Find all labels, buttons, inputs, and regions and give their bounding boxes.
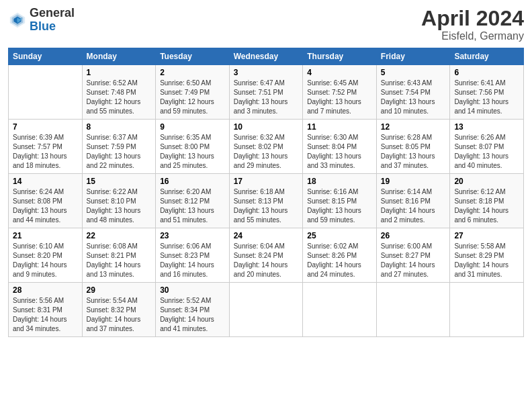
day-info: Sunrise: 6:22 AM Sunset: 8:10 PM Dayligh… <box>87 187 152 225</box>
day-info: Sunrise: 6:14 AM Sunset: 8:16 PM Dayligh… <box>381 187 446 225</box>
calendar-cell: 8Sunrise: 6:37 AM Sunset: 7:59 PM Daylig… <box>82 120 156 174</box>
day-info: Sunrise: 6:16 AM Sunset: 8:15 PM Dayligh… <box>307 187 372 225</box>
day-info: Sunrise: 6:04 AM Sunset: 8:24 PM Dayligh… <box>234 242 299 279</box>
day-number: 13 <box>454 122 519 132</box>
calendar-cell: 30Sunrise: 5:52 AM Sunset: 8:34 PM Dayli… <box>156 283 230 337</box>
day-info: Sunrise: 6:41 AM Sunset: 7:56 PM Dayligh… <box>454 79 519 116</box>
day-number: 18 <box>307 177 372 186</box>
day-number: 27 <box>454 231 519 240</box>
title-block: April 2024 Eisfeld, Germany <box>421 7 524 42</box>
calendar-day-header: Thursday <box>303 48 377 65</box>
calendar-cell: 12Sunrise: 6:28 AM Sunset: 8:05 PM Dayli… <box>376 120 450 174</box>
calendar-week-row: 1Sunrise: 6:52 AM Sunset: 7:48 PM Daylig… <box>9 65 524 120</box>
day-info: Sunrise: 6:37 AM Sunset: 7:59 PM Dayligh… <box>87 133 152 171</box>
day-info: Sunrise: 6:18 AM Sunset: 8:13 PM Dayligh… <box>234 187 299 225</box>
logo: GeneralBlue <box>8 7 75 34</box>
calendar-cell: 19Sunrise: 6:14 AM Sunset: 8:16 PM Dayli… <box>376 174 450 228</box>
day-info: Sunrise: 6:20 AM Sunset: 8:12 PM Dayligh… <box>160 187 225 225</box>
day-number: 10 <box>234 122 299 132</box>
day-info: Sunrise: 6:12 AM Sunset: 8:18 PM Dayligh… <box>454 187 519 225</box>
day-info: Sunrise: 5:54 AM Sunset: 8:32 PM Dayligh… <box>87 296 152 334</box>
day-info: Sunrise: 5:52 AM Sunset: 8:34 PM Dayligh… <box>160 296 225 334</box>
calendar-cell: 16Sunrise: 6:20 AM Sunset: 8:12 PM Dayli… <box>156 174 230 228</box>
calendar-cell: 20Sunrise: 6:12 AM Sunset: 8:18 PM Dayli… <box>450 174 524 228</box>
subtitle: Eisfeld, Germany <box>421 30 524 42</box>
day-number: 17 <box>234 177 299 186</box>
calendar-cell: 22Sunrise: 6:08 AM Sunset: 8:21 PM Dayli… <box>82 228 156 283</box>
day-number: 11 <box>307 122 372 132</box>
calendar-day-header: Saturday <box>450 48 524 65</box>
calendar-cell: 3Sunrise: 6:47 AM Sunset: 7:51 PM Daylig… <box>229 65 303 120</box>
day-number: 15 <box>87 177 152 186</box>
day-info: Sunrise: 6:24 AM Sunset: 8:08 PM Dayligh… <box>13 187 78 225</box>
calendar-day-header: Friday <box>376 48 450 65</box>
calendar-cell: 2Sunrise: 6:50 AM Sunset: 7:49 PM Daylig… <box>156 65 230 120</box>
calendar-cell: 27Sunrise: 5:58 AM Sunset: 8:29 PM Dayli… <box>450 228 524 283</box>
logo-icon <box>8 11 27 30</box>
calendar-table: SundayMondayTuesdayWednesdayThursdayFrid… <box>8 48 524 337</box>
calendar-cell: 9Sunrise: 6:35 AM Sunset: 8:00 PM Daylig… <box>156 120 230 174</box>
calendar-cell: 26Sunrise: 6:00 AM Sunset: 8:27 PM Dayli… <box>376 228 450 283</box>
day-number: 30 <box>160 285 225 295</box>
day-number: 29 <box>87 285 152 295</box>
calendar-cell: 24Sunrise: 6:04 AM Sunset: 8:24 PM Dayli… <box>229 228 303 283</box>
calendar-week-row: 14Sunrise: 6:24 AM Sunset: 8:08 PM Dayli… <box>9 174 524 228</box>
calendar-cell: 15Sunrise: 6:22 AM Sunset: 8:10 PM Dayli… <box>82 174 156 228</box>
day-number: 14 <box>13 177 78 186</box>
day-number: 28 <box>13 285 78 295</box>
calendar-cell <box>229 283 303 337</box>
day-info: Sunrise: 6:50 AM Sunset: 7:49 PM Dayligh… <box>160 79 225 116</box>
day-number: 23 <box>160 231 225 240</box>
calendar-cell: 1Sunrise: 6:52 AM Sunset: 7:48 PM Daylig… <box>82 65 156 120</box>
calendar-day-header: Wednesday <box>229 48 303 65</box>
day-info: Sunrise: 6:28 AM Sunset: 8:05 PM Dayligh… <box>381 133 446 171</box>
day-number: 21 <box>13 231 78 240</box>
day-info: Sunrise: 6:02 AM Sunset: 8:26 PM Dayligh… <box>307 242 372 279</box>
calendar-header-row: SundayMondayTuesdayWednesdayThursdayFrid… <box>9 48 524 65</box>
day-number: 2 <box>160 68 225 77</box>
main-title: April 2024 <box>421 7 524 30</box>
calendar-cell: 21Sunrise: 6:10 AM Sunset: 8:20 PM Dayli… <box>9 228 83 283</box>
calendar-cell: 4Sunrise: 6:45 AM Sunset: 7:52 PM Daylig… <box>303 65 377 120</box>
calendar-cell <box>376 283 450 337</box>
calendar-cell: 17Sunrise: 6:18 AM Sunset: 8:13 PM Dayli… <box>229 174 303 228</box>
day-info: Sunrise: 5:56 AM Sunset: 8:31 PM Dayligh… <box>13 296 78 334</box>
day-number: 8 <box>87 122 152 132</box>
day-number: 7 <box>13 122 78 132</box>
day-number: 26 <box>381 231 446 240</box>
day-number: 16 <box>160 177 225 186</box>
day-number: 20 <box>454 177 519 186</box>
calendar-day-header: Monday <box>82 48 156 65</box>
day-number: 5 <box>381 68 446 77</box>
day-info: Sunrise: 6:32 AM Sunset: 8:02 PM Dayligh… <box>234 133 299 171</box>
day-info: Sunrise: 6:08 AM Sunset: 8:21 PM Dayligh… <box>87 242 152 279</box>
day-number: 3 <box>234 68 299 77</box>
calendar-week-row: 7Sunrise: 6:39 AM Sunset: 7:57 PM Daylig… <box>9 120 524 174</box>
logo-text: GeneralBlue <box>30 7 75 34</box>
calendar-cell: 6Sunrise: 6:41 AM Sunset: 7:56 PM Daylig… <box>450 65 524 120</box>
calendar-cell <box>450 283 524 337</box>
calendar-day-header: Tuesday <box>156 48 230 65</box>
calendar-cell: 10Sunrise: 6:32 AM Sunset: 8:02 PM Dayli… <box>229 120 303 174</box>
day-info: Sunrise: 6:52 AM Sunset: 7:48 PM Dayligh… <box>87 79 152 116</box>
calendar-cell: 23Sunrise: 6:06 AM Sunset: 8:23 PM Dayli… <box>156 228 230 283</box>
day-info: Sunrise: 6:47 AM Sunset: 7:51 PM Dayligh… <box>234 79 299 116</box>
calendar-week-row: 21Sunrise: 6:10 AM Sunset: 8:20 PM Dayli… <box>9 228 524 283</box>
day-number: 4 <box>307 68 372 77</box>
day-info: Sunrise: 6:45 AM Sunset: 7:52 PM Dayligh… <box>307 79 372 116</box>
day-number: 25 <box>307 231 372 240</box>
calendar-cell: 29Sunrise: 5:54 AM Sunset: 8:32 PM Dayli… <box>82 283 156 337</box>
page-header: GeneralBlue April 2024 Eisfeld, Germany <box>8 7 524 42</box>
day-number: 9 <box>160 122 225 132</box>
day-info: Sunrise: 6:39 AM Sunset: 7:57 PM Dayligh… <box>13 133 78 171</box>
calendar-cell: 13Sunrise: 6:26 AM Sunset: 8:07 PM Dayli… <box>450 120 524 174</box>
day-number: 24 <box>234 231 299 240</box>
day-info: Sunrise: 6:35 AM Sunset: 8:00 PM Dayligh… <box>160 133 225 171</box>
calendar-cell: 5Sunrise: 6:43 AM Sunset: 7:54 PM Daylig… <box>376 65 450 120</box>
day-info: Sunrise: 6:10 AM Sunset: 8:20 PM Dayligh… <box>13 242 78 279</box>
day-number: 1 <box>87 68 152 77</box>
calendar-cell <box>303 283 377 337</box>
day-info: Sunrise: 5:58 AM Sunset: 8:29 PM Dayligh… <box>454 242 519 279</box>
day-info: Sunrise: 6:43 AM Sunset: 7:54 PM Dayligh… <box>381 79 446 116</box>
calendar-cell: 11Sunrise: 6:30 AM Sunset: 8:04 PM Dayli… <box>303 120 377 174</box>
